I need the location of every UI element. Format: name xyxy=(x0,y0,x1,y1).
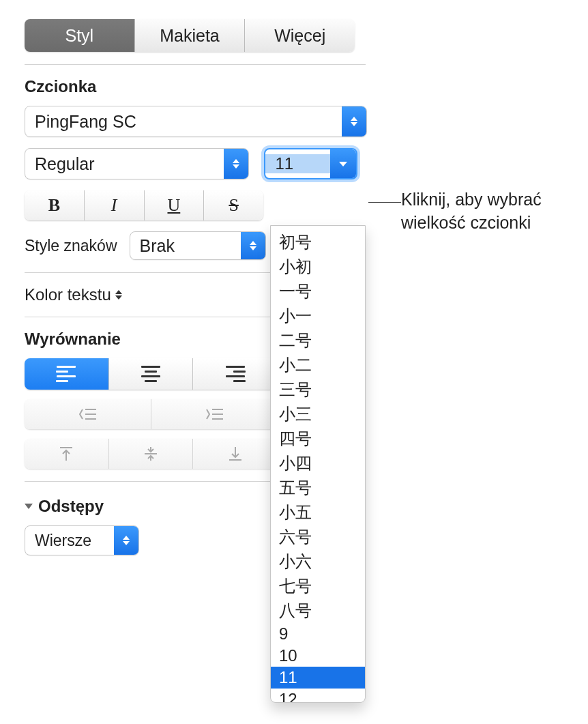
align-left-button[interactable] xyxy=(25,358,109,390)
indent-icon xyxy=(204,407,224,422)
spacing-label: Odstępy xyxy=(38,497,104,516)
font-size-option[interactable]: 小五 xyxy=(271,500,365,525)
panel-tabs: Styl Makieta Więcej xyxy=(25,19,355,52)
font-family-select[interactable]: PingFang SC xyxy=(25,106,367,137)
font-size-option[interactable]: 三号 xyxy=(271,377,365,402)
divider xyxy=(25,64,366,65)
tab-layout-label: Makieta xyxy=(160,26,220,46)
character-styles-select[interactable]: Brak xyxy=(130,231,266,260)
font-weight-select[interactable]: Regular xyxy=(25,148,249,179)
decrease-indent-button[interactable] xyxy=(25,399,151,429)
font-size-option[interactable]: 11 xyxy=(271,667,365,689)
font-size-option[interactable]: 小一 xyxy=(271,304,365,328)
line-spacing-value: Wiersze xyxy=(25,532,114,550)
text-style-group: B I U S xyxy=(25,190,263,220)
tab-style[interactable]: Styl xyxy=(25,19,135,52)
font-weight-value: Regular xyxy=(25,154,224,174)
increase-indent-button[interactable] xyxy=(151,399,278,429)
font-size-option[interactable]: 一号 xyxy=(271,279,365,304)
font-size-select[interactable]: 11 xyxy=(264,148,357,179)
bold-button[interactable]: B xyxy=(25,190,85,220)
valign-bottom-button[interactable] xyxy=(193,439,277,469)
updown-icon xyxy=(224,149,248,179)
align-center-button[interactable] xyxy=(109,358,194,390)
font-size-option[interactable]: 二号 xyxy=(271,328,365,353)
text-color-label: Kolor tekstu xyxy=(25,285,111,304)
alignment-group xyxy=(25,358,277,390)
updown-icon xyxy=(241,232,265,259)
font-size-option[interactable]: 小六 xyxy=(271,549,365,574)
font-size-dropdown[interactable]: 初号小初一号小一二号小二三号小三四号小四五号小五六号小六七号八号91011121… xyxy=(270,225,366,703)
valign-top-button[interactable] xyxy=(25,439,109,469)
valign-middle-button[interactable] xyxy=(109,439,194,469)
outdent-icon xyxy=(77,407,98,422)
font-size-option[interactable]: 初号 xyxy=(271,230,365,255)
callout-leader-line xyxy=(368,202,401,203)
strikethrough-button[interactable]: S xyxy=(204,190,263,220)
font-size-option[interactable]: 八号 xyxy=(271,598,365,623)
valign-bottom-icon xyxy=(228,446,243,462)
character-styles-label: Style znaków xyxy=(25,237,117,255)
align-left-icon xyxy=(56,366,76,382)
align-right-icon xyxy=(225,366,246,382)
tab-layout[interactable]: Makieta xyxy=(135,19,246,52)
tab-more-label: Więcej xyxy=(274,26,325,46)
font-size-option[interactable]: 12 xyxy=(271,689,365,703)
valign-top-icon xyxy=(59,446,74,462)
updown-icon xyxy=(342,106,366,136)
underline-glyph: U xyxy=(167,195,180,216)
font-size-option[interactable]: 四号 xyxy=(271,426,365,451)
font-size-option[interactable]: 小四 xyxy=(271,451,365,476)
character-styles-value: Brak xyxy=(130,236,241,256)
align-center-icon xyxy=(141,366,161,382)
underline-button[interactable]: U xyxy=(145,190,205,220)
valign-middle-icon xyxy=(143,446,158,462)
tab-style-label: Styl xyxy=(65,26,93,46)
font-size-option[interactable]: 五号 xyxy=(271,476,365,500)
chevron-down-icon xyxy=(330,149,356,178)
updown-icon xyxy=(114,526,138,555)
italic-glyph: I xyxy=(111,195,117,216)
italic-button[interactable]: I xyxy=(85,190,145,220)
font-size-option[interactable]: 小初 xyxy=(271,255,365,279)
bold-glyph: B xyxy=(48,195,60,216)
font-size-value: 11 xyxy=(265,154,330,173)
font-family-value: PingFang SC xyxy=(25,112,342,132)
indent-group xyxy=(25,399,277,429)
font-section-label: Czcionka xyxy=(25,77,357,96)
strike-glyph: S xyxy=(229,195,238,216)
font-size-option[interactable]: 七号 xyxy=(271,574,365,598)
tab-more[interactable]: Więcej xyxy=(245,19,355,52)
vertical-alignment-group xyxy=(25,439,277,469)
callout-text: Kliknij, aby wybrać wielkość czcionki xyxy=(401,188,585,235)
font-size-option[interactable]: 9 xyxy=(271,623,365,645)
font-size-option[interactable]: 小二 xyxy=(271,353,365,377)
disclosure-triangle-icon xyxy=(25,504,33,509)
font-size-option[interactable]: 六号 xyxy=(271,525,365,549)
line-spacing-select[interactable]: Wiersze xyxy=(25,525,139,555)
updown-icon xyxy=(115,290,122,300)
font-size-option[interactable]: 小三 xyxy=(271,402,365,426)
align-right-button[interactable] xyxy=(193,358,277,390)
font-size-option[interactable]: 10 xyxy=(271,645,365,667)
